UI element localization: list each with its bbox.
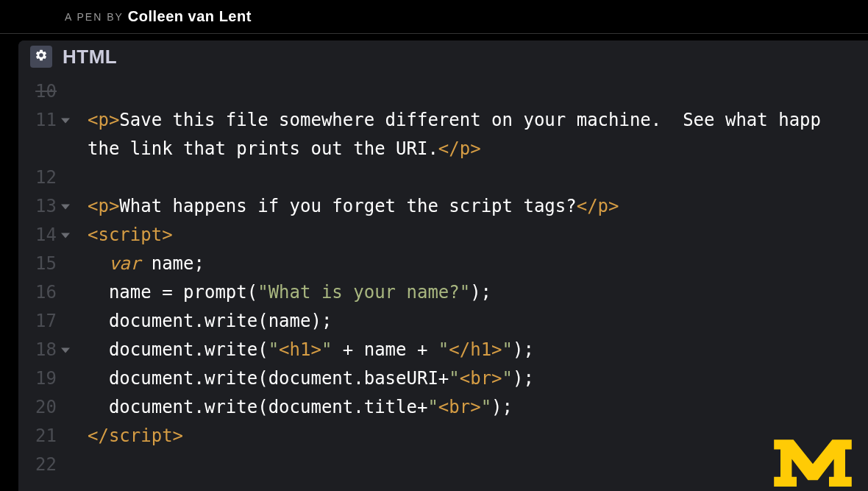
token-string: " (268, 339, 279, 360)
line-number (18, 135, 57, 163)
token-plain: document.write(name); (88, 311, 332, 331)
code-line[interactable]: <p>What happens if you forget the script… (88, 192, 868, 221)
line-number: 22 (18, 451, 57, 479)
code-content[interactable]: <p>Save this file somewhere different on… (88, 77, 868, 479)
token-plain: ); (470, 282, 491, 303)
token-tag: <script> (88, 225, 173, 245)
token-plain: + name + (332, 339, 438, 360)
token-plain: document.write( (88, 339, 268, 360)
token-string: " (502, 339, 513, 360)
token-plain: What happens if you forget the script ta… (119, 196, 576, 216)
token-string: " (502, 368, 513, 389)
code-line[interactable]: document.write(name); (88, 307, 868, 336)
token-string: "What is your name?" (257, 282, 470, 303)
token-tag: </h1> (449, 339, 502, 360)
code-line[interactable]: document.write(document.title+"<br>"); (88, 393, 868, 422)
code-line[interactable]: var name; (88, 250, 868, 278)
token-string: " (449, 368, 459, 389)
panel-header: HTML (18, 40, 868, 73)
token-plain: the link that prints out the URI. (88, 138, 438, 159)
code-line[interactable] (88, 451, 868, 479)
token-plain: document.write(document.baseURI+ (88, 368, 449, 389)
token-plain: ); (491, 397, 513, 417)
code-line[interactable] (88, 77, 868, 106)
fold-arrow-icon[interactable] (61, 233, 70, 238)
token-plain (88, 253, 109, 274)
token-string: " (321, 339, 332, 360)
settings-button[interactable] (30, 46, 52, 68)
line-number: 12 (18, 163, 57, 192)
code-line[interactable]: <script> (88, 221, 868, 250)
token-plain: document.write(document.title+ (88, 397, 427, 417)
author-name: Colleen van Lent (128, 8, 252, 25)
token-keyword: var (109, 253, 140, 274)
code-editor[interactable]: 10111213141516171819202122 <p>Save this … (18, 73, 868, 479)
michigan-logo (772, 430, 853, 485)
code-line[interactable]: document.write("<h1>" + name + "</h1>"); (88, 336, 868, 364)
token-plain: name; (140, 253, 204, 274)
token-tag: <br> (438, 397, 481, 417)
token-plain: Save this file somewhere different on yo… (119, 110, 821, 130)
token-plain: ); (513, 339, 534, 360)
token-plain: name = prompt( (88, 282, 257, 303)
line-number: 13 (18, 192, 57, 221)
token-tag: </p> (577, 196, 619, 216)
token-tag: <p> (88, 110, 119, 130)
editor-panel: HTML 10111213141516171819202122 <p>Save … (18, 40, 868, 491)
code-line[interactable] (88, 163, 868, 192)
line-number: 17 (18, 307, 57, 336)
line-number: 14 (18, 221, 57, 250)
fold-arrow-icon[interactable] (61, 204, 70, 209)
token-string: " (438, 339, 449, 360)
fold-arrow-icon[interactable] (61, 347, 70, 353)
token-tag: </script> (88, 425, 183, 446)
code-line[interactable]: </script> (88, 422, 868, 451)
line-number: 18 (18, 336, 57, 364)
line-number: 11 (18, 106, 57, 135)
token-tag: <br> (460, 368, 502, 389)
panel-title: HTML (63, 46, 117, 68)
gear-icon (35, 49, 48, 65)
line-number: 16 (18, 278, 57, 307)
token-tag: <p> (88, 196, 119, 216)
fold-arrow-icon[interactable] (61, 118, 70, 123)
token-tag: </p> (438, 138, 481, 159)
token-tag: <h1> (279, 339, 321, 360)
line-number: 20 (18, 393, 57, 422)
code-line[interactable]: the link that prints out the URI.</p> (88, 135, 868, 163)
code-line[interactable]: document.write(document.baseURI+"<br>"); (88, 364, 868, 393)
gutter: 10111213141516171819202122 (18, 77, 64, 479)
top-bar: A PEN BY Colleen van Lent (0, 0, 868, 34)
token-string: " (427, 397, 438, 417)
line-number: 10 (18, 77, 57, 106)
pen-by-label: A PEN BY (65, 11, 124, 23)
token-string: " (481, 397, 491, 417)
line-number: 19 (18, 364, 57, 393)
code-line[interactable]: <p>Save this file somewhere different on… (88, 106, 868, 135)
line-number: 21 (18, 422, 57, 451)
token-plain: ); (513, 368, 534, 389)
line-number: 15 (18, 250, 57, 278)
code-line[interactable]: name = prompt("What is your name?"); (88, 278, 868, 307)
